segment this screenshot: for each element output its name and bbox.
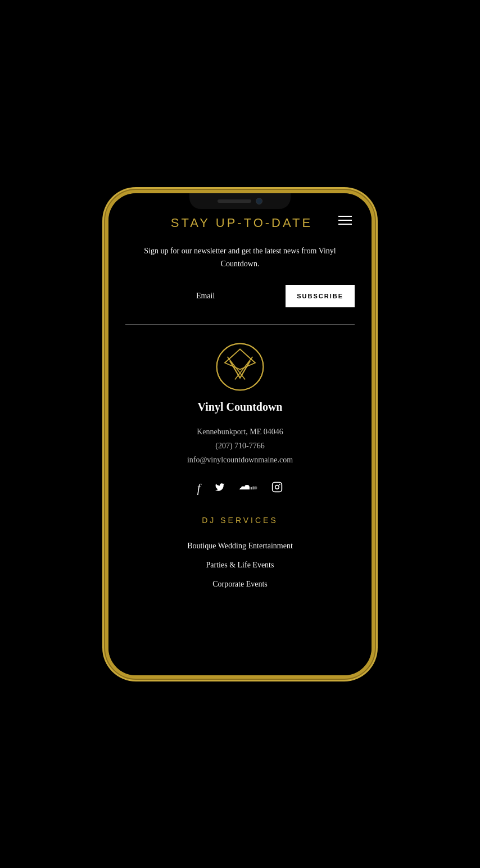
hamburger-line-1 <box>338 216 352 217</box>
power-button <box>373 278 375 311</box>
company-email: info@vinylcountdownmaine.com <box>125 453 355 467</box>
volume-up-button <box>105 261 107 283</box>
social-icons: f <box>125 481 355 496</box>
soundcloud-icon[interactable] <box>239 481 257 496</box>
phone-frame: STAY UP-TO-DATE Sign up for our newslett… <box>105 190 375 679</box>
subscribe-button[interactable]: SUBSCRIBE <box>286 285 355 307</box>
dj-services-title: DJ SERVICES <box>125 516 355 525</box>
subscribe-form: Email SUBSCRIBE <box>125 285 355 307</box>
speaker <box>218 199 251 203</box>
hamburger-menu-button[interactable] <box>336 213 355 228</box>
svg-point-0 <box>217 344 264 390</box>
svg-rect-5 <box>273 483 282 492</box>
svg-point-4 <box>255 486 257 489</box>
svg-point-6 <box>275 485 279 489</box>
company-name: Vinyl Countdown <box>198 401 283 413</box>
camera <box>256 198 262 204</box>
screen: STAY UP-TO-DATE Sign up for our newslett… <box>108 193 372 675</box>
notch <box>189 193 291 209</box>
service-link-wedding[interactable]: Boutique Wedding Entertainment <box>125 542 355 551</box>
hamburger-line-3 <box>338 224 352 225</box>
contact-info: Kennebunkport, ME 04046 (207) 710-7766 i… <box>125 425 355 467</box>
service-link-corporate[interactable]: Corporate Events <box>125 580 355 589</box>
company-phone: (207) 710-7766 <box>125 439 355 453</box>
dj-services-section: DJ SERVICES Boutique Wedding Entertainme… <box>125 516 355 589</box>
hamburger-line-2 <box>338 220 352 221</box>
instagram-icon[interactable] <box>271 481 283 496</box>
page-header: STAY UP-TO-DATE <box>125 213 355 230</box>
svg-point-7 <box>279 484 280 485</box>
service-link-parties[interactable]: Parties & Life Events <box>125 561 355 570</box>
section-divider <box>125 324 355 325</box>
email-label: Email <box>125 292 286 301</box>
newsletter-description: Sign up for our newsletter and get the l… <box>125 244 355 271</box>
facebook-icon[interactable]: f <box>197 482 201 495</box>
logo-section: Vinyl Countdown <box>125 342 355 413</box>
company-logo <box>215 342 265 392</box>
newsletter-section: Sign up for our newsletter and get the l… <box>125 244 355 308</box>
volume-down-button <box>105 292 107 314</box>
twitter-icon[interactable] <box>214 482 225 495</box>
page-title: STAY UP-TO-DATE <box>148 213 336 230</box>
company-address: Kennebunkport, ME 04046 <box>125 425 355 439</box>
